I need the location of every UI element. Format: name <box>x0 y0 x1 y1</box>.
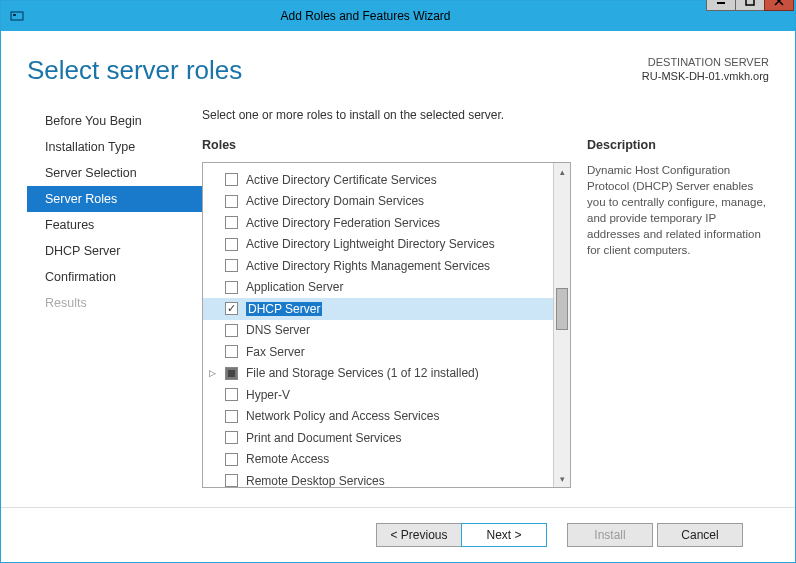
role-checkbox[interactable] <box>225 173 238 186</box>
role-label: Active Directory Lightweight Directory S… <box>246 237 495 251</box>
wizard-step[interactable]: Before You Begin <box>27 108 202 134</box>
destination-label: DESTINATION SERVER <box>642 55 769 69</box>
expand-icon[interactable]: ▷ <box>209 368 216 378</box>
role-label: Remote Desktop Services <box>246 474 385 487</box>
role-checkbox[interactable] <box>225 388 238 401</box>
role-label: Active Directory Certificate Services <box>246 173 437 187</box>
wizard-step: Results <box>27 290 202 316</box>
scroll-thumb[interactable] <box>556 288 568 330</box>
role-checkbox[interactable] <box>225 302 238 315</box>
role-checkbox[interactable] <box>225 259 238 272</box>
wizard-step[interactable]: Server Selection <box>27 160 202 186</box>
scroll-up-button[interactable]: ▴ <box>554 163 570 180</box>
app-icon <box>9 8 25 24</box>
role-item[interactable]: Active Directory Rights Management Servi… <box>203 255 553 277</box>
description-heading: Description <box>587 138 769 152</box>
role-label: Hyper-V <box>246 388 290 402</box>
window-title: Add Roles and Features Wizard <box>25 9 706 23</box>
roles-listbox: Active Directory Certificate ServicesAct… <box>202 162 571 488</box>
content-area: Select server roles DESTINATION SERVER R… <box>1 31 795 562</box>
role-item[interactable]: Hyper-V <box>203 384 553 406</box>
role-label: Fax Server <box>246 345 305 359</box>
role-item[interactable]: Remote Desktop Services <box>203 470 553 487</box>
wizard-step[interactable]: DHCP Server <box>27 238 202 264</box>
close-button[interactable] <box>764 0 794 11</box>
main-panel: Select one or more roles to install on t… <box>202 108 769 501</box>
role-label: Active Directory Domain Services <box>246 194 424 208</box>
scrollbar[interactable]: ▴ ▾ <box>553 163 570 487</box>
wizard-step[interactable]: Confirmation <box>27 264 202 290</box>
destination-name: RU-MSK-DH-01.vmkh.org <box>642 69 769 83</box>
role-label: Application Server <box>246 280 343 294</box>
cancel-button[interactable]: Cancel <box>657 523 743 547</box>
roles-list[interactable]: Active Directory Certificate ServicesAct… <box>203 163 553 487</box>
role-checkbox[interactable] <box>225 195 238 208</box>
role-item[interactable]: Network Policy and Access Services <box>203 406 553 428</box>
description-text: Dynamic Host Configuration Protocol (DHC… <box>587 162 769 259</box>
role-checkbox[interactable] <box>225 474 238 487</box>
role-item[interactable]: Print and Document Services <box>203 427 553 449</box>
wizard-step[interactable]: Features <box>27 212 202 238</box>
window-buttons <box>706 0 794 11</box>
role-item[interactable]: Application Server <box>203 277 553 299</box>
role-item[interactable]: Active Directory Domain Services <box>203 191 553 213</box>
svg-rect-0 <box>11 12 23 20</box>
role-label: Print and Document Services <box>246 431 401 445</box>
nav-button-group: < Previous Next > <box>376 523 547 547</box>
roles-heading: Roles <box>202 138 571 152</box>
next-button[interactable]: Next > <box>461 523 547 547</box>
svg-rect-3 <box>746 0 754 5</box>
maximize-button[interactable] <box>735 0 765 11</box>
role-label: Remote Access <box>246 452 329 466</box>
role-item[interactable]: Remote Access <box>203 449 553 471</box>
role-checkbox[interactable] <box>225 410 238 423</box>
role-checkbox[interactable] <box>225 453 238 466</box>
role-checkbox[interactable] <box>225 281 238 294</box>
svg-rect-1 <box>13 14 16 16</box>
role-item[interactable]: Fax Server <box>203 341 553 363</box>
instruction-text: Select one or more roles to install on t… <box>202 108 769 122</box>
role-label: DNS Server <box>246 323 310 337</box>
wizard-steps-sidebar: Before You BeginInstallation TypeServer … <box>27 108 202 501</box>
minimize-button[interactable] <box>706 0 736 11</box>
previous-button[interactable]: < Previous <box>376 523 462 547</box>
wizard-window: Add Roles and Features Wizard Select ser… <box>0 0 796 563</box>
role-item[interactable]: DHCP Server <box>203 298 553 320</box>
destination-info: DESTINATION SERVER RU-MSK-DH-01.vmkh.org <box>642 55 769 84</box>
role-label: Active Directory Federation Services <box>246 216 440 230</box>
wizard-step[interactable]: Server Roles <box>27 186 202 212</box>
role-checkbox[interactable] <box>225 345 238 358</box>
role-checkbox[interactable] <box>225 367 238 380</box>
role-item[interactable]: Active Directory Certificate Services <box>203 169 553 191</box>
scroll-track[interactable] <box>554 180 570 470</box>
wizard-step[interactable]: Installation Type <box>27 134 202 160</box>
role-item[interactable]: Active Directory Lightweight Directory S… <box>203 234 553 256</box>
role-item[interactable]: ▷File and Storage Services (1 of 12 inst… <box>203 363 553 385</box>
role-checkbox[interactable] <box>225 238 238 251</box>
role-checkbox[interactable] <box>225 431 238 444</box>
role-label: DHCP Server <box>246 302 322 316</box>
role-item[interactable]: Active Directory Federation Services <box>203 212 553 234</box>
role-label: Active Directory Rights Management Servi… <box>246 259 490 273</box>
role-checkbox[interactable] <box>225 216 238 229</box>
scroll-down-button[interactable]: ▾ <box>554 470 570 487</box>
footer: < Previous Next > Install Cancel <box>27 508 769 562</box>
role-checkbox[interactable] <box>225 324 238 337</box>
role-item[interactable]: DNS Server <box>203 320 553 342</box>
page-title: Select server roles <box>27 55 242 86</box>
titlebar: Add Roles and Features Wizard <box>1 1 795 31</box>
install-button[interactable]: Install <box>567 523 653 547</box>
role-label: File and Storage Services (1 of 12 insta… <box>246 366 479 380</box>
role-label: Network Policy and Access Services <box>246 409 439 423</box>
